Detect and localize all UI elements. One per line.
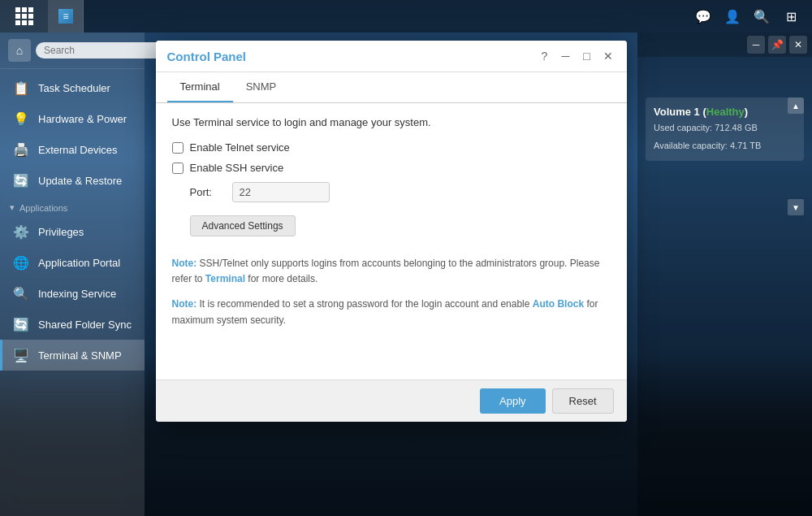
sidebar-item-update-restore[interactable]: 🔄 Update & Restore bbox=[0, 165, 145, 196]
right-panel-toolbar: ─ 📌 ✕ bbox=[637, 33, 812, 57]
dialog-overlay: Control Panel ? ─ □ ✕ Terminal SNMP Use … bbox=[145, 33, 637, 516]
hardware-power-icon: 💡 bbox=[12, 110, 30, 128]
sidebar-item-terminal-snmp[interactable]: 🖥️ Terminal & SNMP bbox=[0, 340, 145, 371]
sidebar-item-label: Indexing Service bbox=[38, 288, 116, 300]
terminal-snmp-icon: 🖥️ bbox=[12, 346, 30, 364]
sidebar-item-label: Shared Folder Sync bbox=[38, 319, 132, 331]
sidebar-item-label: External Devices bbox=[38, 144, 118, 156]
note1: Note: SSH/Telnet only supports logins fr… bbox=[172, 256, 611, 287]
dialog-tabs: Terminal SNMP bbox=[156, 72, 627, 103]
taskbar-right: 💬 👤 🔍 ⊞ bbox=[690, 3, 812, 29]
scroll-up-button[interactable]: ▲ bbox=[788, 98, 804, 114]
dialog-minimize-button[interactable]: ─ bbox=[559, 49, 573, 63]
volume-used-capacity: Used capacity: 712.48 GB bbox=[654, 121, 796, 136]
menu-button[interactable]: ⊞ bbox=[778, 3, 804, 29]
volume-available-capacity: Available capacity: 4.71 TB bbox=[654, 139, 796, 154]
right-panel: ─ 📌 ✕ Volume 1 (Healthy) Used capacity: … bbox=[637, 33, 812, 516]
port-input[interactable] bbox=[232, 182, 330, 202]
sidebar-item-label: Task Scheduler bbox=[38, 82, 110, 94]
dialog-close-button[interactable]: ✕ bbox=[601, 49, 615, 63]
sidebar-item-hardware-power[interactable]: 💡 Hardware & Power bbox=[0, 103, 145, 134]
right-panel-minimize-button[interactable]: ─ bbox=[747, 36, 765, 54]
task-scheduler-icon: 📋 bbox=[12, 79, 30, 97]
sidebar-item-label: Privileges bbox=[38, 226, 84, 238]
telnet-checkbox[interactable] bbox=[172, 142, 184, 154]
apply-button[interactable]: Apply bbox=[480, 388, 546, 414]
external-devices-icon: 🖨️ bbox=[12, 141, 30, 158]
indexing-service-icon: 🔍 bbox=[12, 284, 30, 302]
tab-snmp[interactable]: SNMP bbox=[233, 72, 290, 102]
right-panel-close-button[interactable]: ✕ bbox=[789, 36, 807, 54]
sidebar: ⌂ 📋 Task Scheduler 💡 Hardware & Power 🖨️… bbox=[0, 33, 145, 516]
volume-status: Healthy bbox=[706, 106, 745, 118]
storage-volume: Volume 1 (Healthy) Used capacity: 712.48… bbox=[646, 98, 804, 161]
scroll-down-button[interactable]: ▼ bbox=[788, 199, 804, 215]
reset-button[interactable]: Reset bbox=[552, 388, 614, 414]
dialog-titlebar: Control Panel ? ─ □ ✕ bbox=[156, 41, 627, 72]
sidebar-item-application-portal[interactable]: 🌐 Application Portal bbox=[0, 247, 145, 278]
note2-label: Note: bbox=[172, 298, 197, 310]
sidebar-item-label: Terminal & SNMP bbox=[38, 349, 122, 362]
taskbar-window-icon bbox=[58, 9, 73, 24]
dialog-help-button[interactable]: ? bbox=[538, 49, 552, 63]
sidebar-item-label: Update & Restore bbox=[38, 175, 122, 187]
ssh-checkbox[interactable] bbox=[172, 163, 184, 174]
user-button[interactable]: 👤 bbox=[719, 3, 745, 29]
sidebar-item-shared-folder-sync[interactable]: 🔄 Shared Folder Sync bbox=[0, 309, 145, 340]
sidebar-section-applications: ▾ Applications bbox=[0, 196, 145, 216]
update-restore-icon: 🔄 bbox=[12, 171, 30, 189]
note2-text: It is recommended to set a strong passwo… bbox=[200, 298, 533, 310]
sidebar-item-indexing-service[interactable]: 🔍 Indexing Service bbox=[0, 278, 145, 309]
shared-folder-sync-icon: 🔄 bbox=[12, 315, 30, 333]
advanced-settings-button[interactable]: Advanced Settings bbox=[190, 215, 296, 236]
taskbar: 💬 👤 🔍 ⊞ bbox=[0, 0, 812, 33]
sidebar-home-button[interactable]: ⌂ bbox=[8, 39, 31, 62]
auto-block-link[interactable]: Auto Block bbox=[533, 298, 584, 310]
advanced-settings-wrapper: Advanced Settings bbox=[172, 209, 611, 243]
dialog-maximize-button[interactable]: □ bbox=[580, 49, 594, 63]
control-panel-dialog: Control Panel ? ─ □ ✕ Terminal SNMP Use … bbox=[156, 41, 627, 422]
telnet-checkbox-row: Enable Telnet service bbox=[172, 141, 611, 154]
sidebar-item-label: Application Portal bbox=[38, 257, 120, 269]
ssh-label[interactable]: Enable SSH service bbox=[190, 162, 284, 174]
dialog-title: Control Panel bbox=[167, 50, 247, 63]
taskbar-window-button[interactable] bbox=[49, 0, 84, 33]
terminal-link[interactable]: Terminal bbox=[205, 273, 245, 284]
ssh-checkbox-row: Enable SSH service bbox=[172, 162, 611, 174]
note1-suffix: for more details. bbox=[248, 273, 317, 284]
right-panel-pin-button[interactable]: 📌 bbox=[768, 36, 786, 54]
notifications-button[interactable]: 💬 bbox=[690, 3, 716, 29]
port-label: Port: bbox=[190, 186, 222, 198]
dialog-body: Use Terminal service to login and manage… bbox=[156, 103, 627, 379]
sidebar-item-task-scheduler[interactable]: 📋 Task Scheduler bbox=[0, 72, 145, 103]
apps-grid-icon bbox=[15, 7, 33, 25]
port-row: Port: bbox=[190, 182, 611, 202]
dialog-description: Use Terminal service to login and manage… bbox=[172, 116, 611, 128]
note1-label: Note: bbox=[172, 258, 197, 269]
application-portal-icon: 🌐 bbox=[12, 254, 30, 271]
privileges-icon: ⚙️ bbox=[12, 223, 30, 241]
volume-title: Volume 1 (Healthy) bbox=[654, 106, 796, 118]
right-panel-content: Volume 1 (Healthy) Used capacity: 712.48… bbox=[637, 57, 812, 169]
telnet-label[interactable]: Enable Telnet service bbox=[190, 141, 290, 154]
note2: Note: It is recommended to set a strong … bbox=[172, 297, 611, 327]
sidebar-items: 📋 Task Scheduler 💡 Hardware & Power 🖨️ E… bbox=[0, 69, 145, 516]
sidebar-search-bar: ⌂ bbox=[0, 33, 145, 69]
sidebar-item-privileges[interactable]: ⚙️ Privileges bbox=[0, 216, 145, 247]
sidebar-item-external-devices[interactable]: 🖨️ External Devices bbox=[0, 134, 145, 165]
tab-terminal[interactable]: Terminal bbox=[167, 72, 233, 102]
apps-button[interactable] bbox=[0, 0, 49, 33]
sidebar-item-label: Hardware & Power bbox=[38, 113, 127, 125]
search-button[interactable]: 🔍 bbox=[749, 3, 775, 29]
dialog-controls: ? ─ □ ✕ bbox=[538, 49, 615, 63]
dialog-footer: Apply Reset bbox=[156, 379, 627, 422]
